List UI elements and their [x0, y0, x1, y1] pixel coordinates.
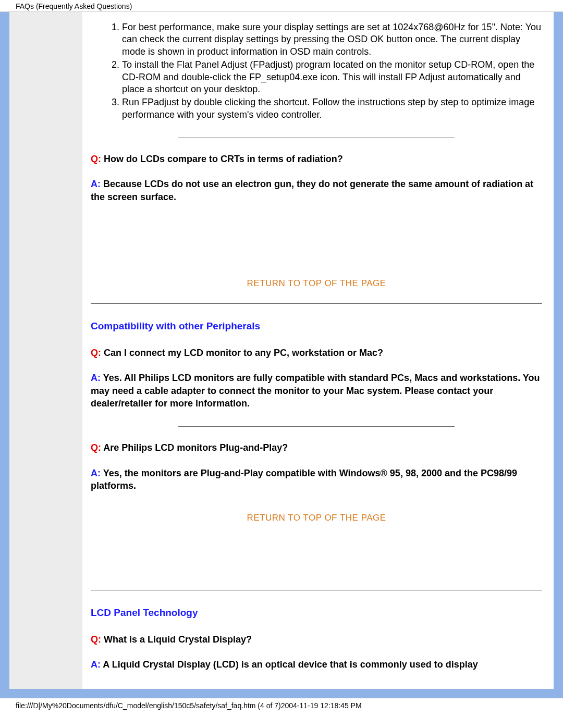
faq-answer-text: Because LCDs do not use an electron gun,… [91, 179, 533, 202]
q-label: Q: [91, 348, 101, 358]
divider [91, 303, 542, 304]
faq-item: Q: Are Philips LCD monitors Plug-and-Pla… [91, 441, 542, 492]
faq-item: Q: What is a Liquid Crystal Display? A: … [91, 633, 542, 671]
a-label: A: [91, 373, 101, 383]
return-to-top-link[interactable]: RETURN TO TOP OF THE PAGE [91, 278, 542, 289]
divider [91, 590, 542, 590]
list-item: To install the Flat Panel Adjust (FPadju… [122, 59, 542, 95]
faq-answer: A: Because LCDs do not use an electron g… [91, 178, 542, 203]
list-item: For best performance, make sure your dis… [122, 21, 542, 58]
faq-answer-text: A Liquid Crystal Display (LCD) is an opt… [101, 659, 478, 670]
faq-answer-text: Yes. All Philips LCD monitors are fully … [91, 373, 540, 409]
faq-question: Q: Are Philips LCD monitors Plug-and-Pla… [91, 441, 542, 454]
faq-question-text: Can I connect my LCD monitor to any PC, … [101, 348, 383, 358]
faq-item: Q: How do LCDs compare to CRTs in terms … [91, 153, 542, 203]
q-label: Q: [91, 154, 101, 164]
instruction-list: For best performance, make sure your dis… [91, 21, 542, 121]
faq-answer: A: Yes. All Philips LCD monitors are ful… [91, 372, 542, 410]
a-label: A: [91, 468, 101, 478]
footer-path: file:///D|/My%20Documents/dfu/C_model/en… [0, 698, 563, 714]
page-header: FAQs (Frequently Asked Questions) [0, 0, 563, 12]
outer-frame: For best performance, make sure your dis… [0, 12, 563, 698]
q-label: Q: [91, 442, 101, 453]
main-content: For best performance, make sure your dis… [82, 12, 554, 689]
a-label: A: [91, 659, 101, 670]
divider [178, 138, 455, 138]
divider [178, 426, 455, 427]
faq-question: Q: What is a Liquid Crystal Display? [91, 633, 542, 646]
faq-question-text: How do LCDs compare to CRTs in terms of … [101, 154, 343, 164]
faq-answer: A: A Liquid Crystal Display (LCD) is an … [91, 658, 542, 671]
section-heading-compatibility: Compatibility with other Peripherals [91, 320, 542, 332]
return-to-top-link[interactable]: RETURN TO TOP OF THE PAGE [91, 513, 542, 523]
faq-question: Q: Can I connect my LCD monitor to any P… [91, 347, 542, 359]
faq-question-text: What is a Liquid Crystal Display? [101, 634, 252, 645]
q-label: Q: [91, 634, 101, 645]
faq-question: Q: How do LCDs compare to CRTs in terms … [91, 153, 542, 165]
faq-answer: A: Yes, the monitors are Plug-and-Play c… [91, 467, 542, 492]
sidebar [9, 12, 82, 689]
faq-answer-text: Yes, the monitors are Plug-and-Play comp… [91, 468, 517, 491]
faq-item: Q: Can I connect my LCD monitor to any P… [91, 347, 542, 410]
list-item: Run FPadjust by double clicking the shor… [122, 96, 542, 121]
section-heading-lcd-tech: LCD Panel Technology [91, 607, 542, 619]
page-body: For best performance, make sure your dis… [9, 12, 554, 689]
faq-question-text: Are Philips LCD monitors Plug-and-Play? [101, 442, 288, 453]
a-label: A: [91, 179, 101, 189]
